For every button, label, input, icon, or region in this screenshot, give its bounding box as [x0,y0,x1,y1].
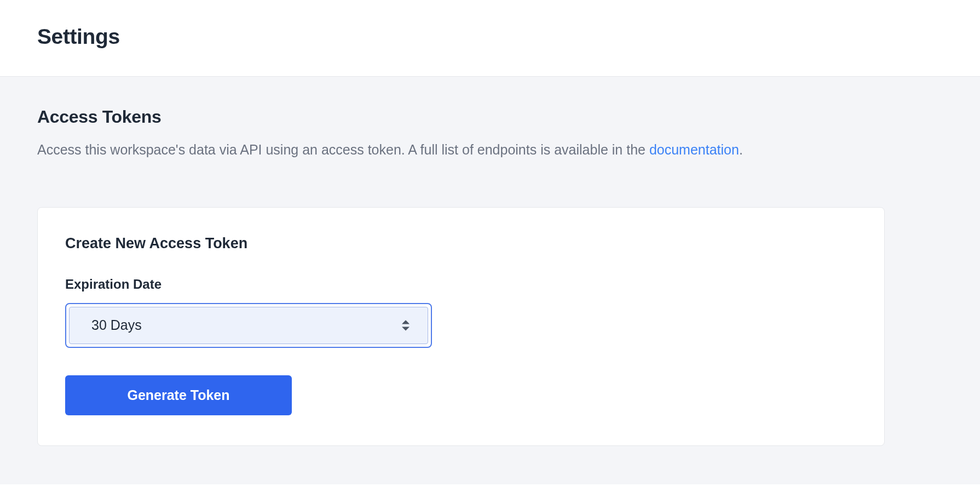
expiration-select-value: 30 Days [91,317,406,333]
expiration-select[interactable]: 30 Days [69,307,428,344]
chevron-up-icon [401,319,410,324]
expiration-date-label: Expiration Date [65,277,857,292]
documentation-link[interactable]: documentation [649,142,739,157]
expiration-select-focus-ring: 30 Days [65,303,432,348]
card-title: Create New Access Token [65,235,857,252]
section-description-suffix: . [739,142,743,157]
generate-token-button[interactable]: Generate Token [65,375,292,415]
section-description: Access this workspace's data via API usi… [37,139,804,161]
select-arrows-icon [401,319,410,331]
svg-marker-2 [402,327,410,330]
section-title: Access Tokens [37,107,943,127]
page-title: Settings [37,25,943,49]
create-token-card: Create New Access Token Expiration Date … [37,207,885,446]
expiration-select-wrapper: 30 Days [65,303,432,348]
content-area: Access Tokens Access this workspace's da… [0,77,980,484]
chevron-down-icon [401,326,410,331]
section-description-text: Access this workspace's data via API usi… [37,142,649,157]
page-header: Settings [0,0,980,77]
svg-marker-1 [402,320,410,324]
